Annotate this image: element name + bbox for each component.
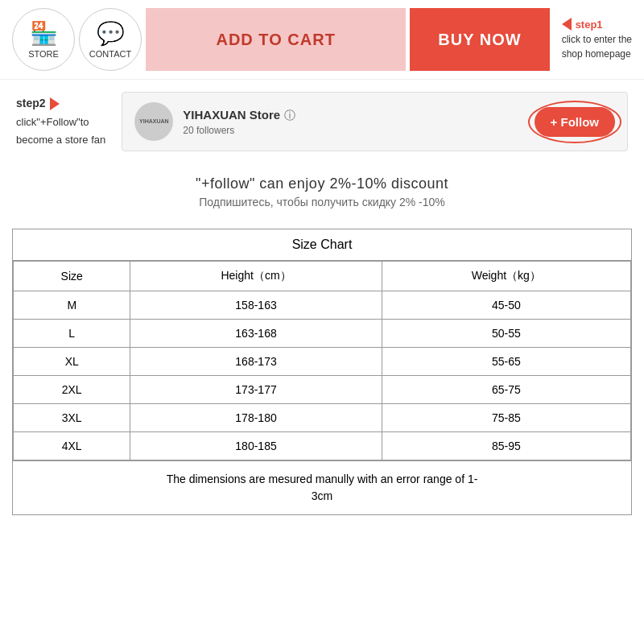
store-follow-card: YIHAXUAN YIHAXUAN Store ⓘ 20 followers +… — [122, 92, 628, 151]
table-cell: 45-50 — [382, 291, 630, 320]
contact-button[interactable]: 💬 CONTACT — [79, 8, 142, 71]
store-name-text: YIHAXUAN Store — [183, 108, 280, 122]
table-cell: 178-180 — [130, 404, 382, 432]
store-logo-text: YIHAXUAN — [139, 118, 169, 125]
discount-banner: "+follow" can enjoy 2%-10% discount Подп… — [0, 163, 644, 217]
step2-label: step2 click"+Follow"tobecome a store fan — [16, 94, 105, 149]
col-size: Size — [14, 262, 130, 291]
table-cell: 65-75 — [382, 376, 630, 404]
col-weight: Weight（kg） — [382, 262, 630, 291]
contact-icon: 💬 — [97, 20, 125, 47]
table-cell: 50-55 — [382, 320, 630, 348]
store-circle-icon: ⓘ — [284, 109, 295, 122]
col-height: Height（cm） — [130, 262, 382, 291]
size-chart-title: Size Chart — [13, 229, 631, 261]
add-to-cart-button[interactable]: ADD TO CART — [146, 8, 406, 71]
top-bar: 🏪 STORE 💬 CONTACT ADD TO CART BUY NOW st… — [0, 0, 644, 80]
size-chart-table: Size Height（cm） Weight（kg） M158-16345-50… — [13, 261, 631, 460]
table-row: 4XL180-18585-95 — [14, 432, 631, 460]
table-row: L163-16850-55 — [14, 320, 631, 348]
size-chart-note: The dimensions are mesured manully with … — [13, 460, 631, 514]
follow-button[interactable]: + Follow — [535, 107, 615, 137]
table-row: 2XL173-17765-75 — [14, 376, 631, 404]
store-label: STORE — [28, 49, 59, 59]
table-cell: 85-95 — [382, 432, 630, 460]
arrow-left-icon — [562, 18, 572, 31]
table-row: 3XL178-18075-85 — [14, 404, 631, 432]
store-name: YIHAXUAN Store ⓘ — [183, 108, 295, 123]
store-details: YIHAXUAN Store ⓘ 20 followers — [183, 108, 295, 136]
table-row: M158-16345-50 — [14, 291, 631, 320]
step2-desc: click"+Follow"tobecome a store fan — [16, 114, 105, 149]
table-cell: XL — [14, 348, 130, 376]
contact-label: CONTACT — [89, 49, 131, 59]
store-info: YIHAXUAN YIHAXUAN Store ⓘ 20 followers — [134, 102, 295, 141]
size-chart: Size Chart Size Height（cm） Weight（kg） M1… — [12, 229, 632, 515]
table-cell: M — [14, 291, 130, 320]
table-row: XL168-17355-65 — [14, 348, 631, 376]
store-button[interactable]: 🏪 STORE — [12, 8, 75, 71]
follow-button-container[interactable]: + Follow — [535, 107, 615, 137]
store-icon: 🏪 — [30, 20, 58, 47]
table-cell: 163-168 — [130, 320, 382, 348]
step1-info: step1 click to enter theshop homepage — [562, 18, 632, 61]
step1-arrow: step1 — [562, 18, 603, 31]
arrow-right-icon — [50, 97, 60, 110]
table-cell: 158-163 — [130, 291, 382, 320]
table-cell: 3XL — [14, 404, 130, 432]
table-cell: L — [14, 320, 130, 348]
table-cell: 4XL — [14, 432, 130, 460]
step2-section: step2 click"+Follow"tobecome a store fan… — [0, 80, 644, 163]
step1-label-text: step1 — [576, 19, 603, 31]
step2-title: step2 — [16, 94, 46, 114]
table-cell: 2XL — [14, 376, 130, 404]
table-cell: 168-173 — [130, 348, 382, 376]
step1-description: click to enter theshop homepage — [562, 32, 632, 61]
buy-now-button[interactable]: BUY NOW — [410, 8, 549, 71]
table-cell: 173-177 — [130, 376, 382, 404]
discount-line1: "+follow" can enjoy 2%-10% discount — [16, 175, 628, 192]
table-cell: 180-185 — [130, 432, 382, 460]
table-cell: 55-65 — [382, 348, 630, 376]
store-followers: 20 followers — [183, 125, 295, 136]
store-logo: YIHAXUAN — [134, 102, 173, 141]
discount-line2: Подпишитесь, чтобы получить скидку 2% -1… — [16, 196, 628, 208]
step2-arrow-row: step2 — [16, 94, 105, 114]
table-header-row: Size Height（cm） Weight（kg） — [14, 262, 631, 291]
table-cell: 75-85 — [382, 404, 630, 432]
